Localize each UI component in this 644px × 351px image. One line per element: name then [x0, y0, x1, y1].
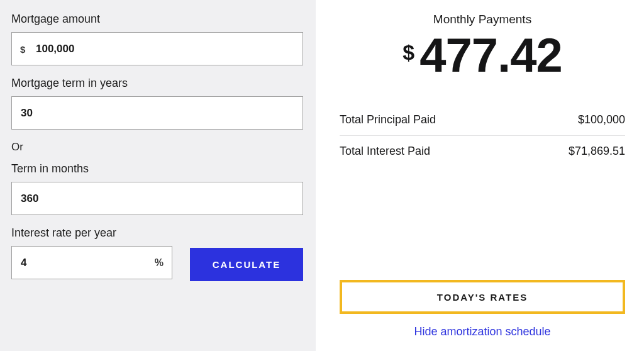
term-years-group: Mortgage term in years — [11, 77, 303, 130]
calculate-button[interactable]: CALCULATE — [190, 248, 303, 281]
currency-symbol: $ — [402, 40, 414, 65]
total-principal-value: $100,000 — [578, 113, 625, 126]
term-years-label: Mortgage term in years — [11, 77, 303, 90]
results-panel: Monthly Payments $ 477.42 Total Principa… — [316, 0, 644, 351]
rate-and-calculate-row: Interest rate per year % CALCULATE — [11, 226, 303, 281]
term-years-input[interactable] — [11, 96, 303, 130]
term-months-input[interactable] — [11, 182, 303, 215]
interest-rate-label: Interest rate per year — [11, 226, 172, 240]
monthly-payments-amount: $ 477.42 — [340, 31, 625, 79]
total-interest-value: $71,869.51 — [569, 145, 625, 158]
monthly-payments-label: Monthly Payments — [340, 13, 625, 26]
currency-prefix: $ — [20, 43, 25, 54]
mortgage-amount-input-wrap: $ — [11, 32, 303, 65]
term-months-group: Term in months — [11, 162, 303, 215]
todays-rates-button[interactable]: TODAY'S RATES — [340, 280, 625, 314]
mortgage-amount-group: Mortgage amount $ — [11, 13, 303, 65]
interest-rate-group: Interest rate per year % — [11, 226, 172, 279]
mortgage-amount-label: Mortgage amount — [11, 13, 303, 26]
mortgage-amount-input[interactable] — [11, 32, 303, 65]
or-label: Or — [11, 141, 303, 153]
term-months-label: Term in months — [11, 162, 303, 176]
total-principal-label: Total Principal Paid — [340, 113, 436, 126]
calculator-form: Mortgage amount $ Mortgage term in years… — [0, 0, 316, 351]
total-interest-row: Total Interest Paid $71,869.51 — [340, 135, 625, 167]
percent-suffix: % — [155, 257, 164, 269]
total-principal-row: Total Principal Paid $100,000 — [340, 104, 625, 135]
total-interest-label: Total Interest Paid — [340, 145, 430, 158]
interest-rate-input[interactable] — [11, 246, 172, 279]
interest-rate-input-wrap: % — [11, 246, 172, 279]
monthly-payments-value: 477.42 — [419, 31, 562, 79]
hide-amortization-link[interactable]: Hide amortization schedule — [340, 325, 625, 338]
